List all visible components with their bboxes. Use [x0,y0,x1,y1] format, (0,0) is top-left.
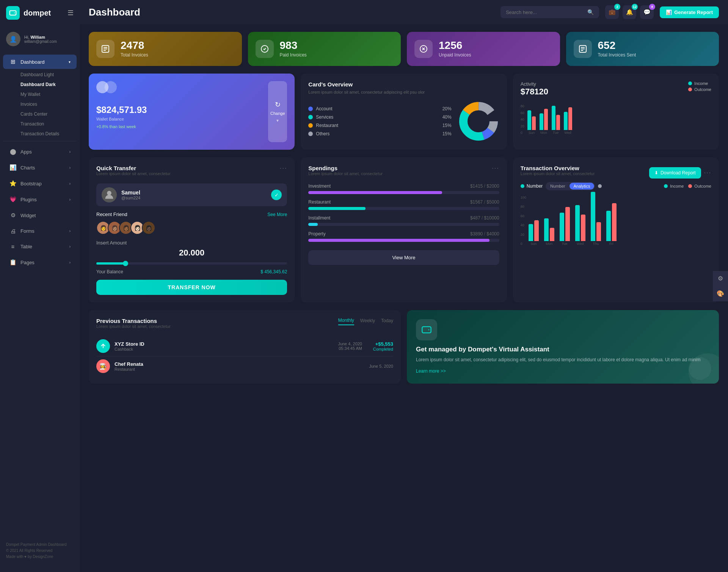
user-email: william@gmail.com [24,39,57,44]
cards-overview-desc: Lorem ipsum dolor sit amet, consectetur … [308,90,499,94]
va-icon [416,319,437,340]
transfer-user: Samuel @sum224 ✓ [96,183,287,206]
slider-fill [96,262,125,265]
header: Dashboard 🔍 💼 2 🔔 12 💬 8 [80,0,728,24]
toggle-analytics[interactable]: Analytics [570,183,594,190]
activity-amount: $78120 [521,87,548,97]
quick-transfer-desc: Lorem ipsum dolor sit amet, consectetur [96,171,171,176]
sidebar-item-pages[interactable]: 📋 Pages › [3,255,77,270]
tx-time-1: 05:34:45 AM [338,346,362,351]
user-section: 👤 Hi, William william@gmail.com [0,27,80,51]
search-box[interactable]: 🔍 [500,6,599,18]
sidebar-item-plugins[interactable]: 💗 Plugins › [3,192,77,207]
transfer-avatar [102,187,117,202]
tx-type-1: Cashback [115,347,333,351]
toggle-number[interactable]: Number [546,183,569,190]
cards-overview: Card's Overview Lorem ipsum dolor sit am… [301,74,507,150]
submenu-item-transaction-details[interactable]: Transaction Details [17,129,80,139]
progress-restaurant [308,207,366,210]
spendings-card: Spendings Lorem ipsum dolor sit amet, co… [301,157,507,302]
txn-bars: Sun Mon [529,196,711,252]
tab-monthly[interactable]: Monthly [338,318,354,325]
invoice-icon [96,40,115,58]
tx-status-1: Completed [367,347,393,351]
legend-outcome: Outcome [688,87,711,92]
download-report-button[interactable]: ⬇ Download Report [649,167,701,179]
notification-button[interactable]: 🔔 12 [623,5,636,19]
spending-restaurant: Restaurant $1567 / $5000 [308,199,499,210]
settings-float-button[interactable]: ⚙ [713,271,728,286]
sidebar-item-bootstrap[interactable]: ⭐ Bootstrap › [3,176,77,191]
transfer-handle: @sum224 [121,196,140,200]
chevron-right-icon2: › [69,166,71,170]
submenu-item-wallet[interactable]: My Wallet [17,89,80,99]
tab-weekly[interactable]: Weekly [360,318,375,325]
spendings-title: Spendings [308,165,383,171]
main-content: Dashboard 🔍 💼 2 🔔 12 💬 8 [80,0,728,572]
income-dot [688,81,692,85]
submenu-item-cards[interactable]: Cards Center [17,109,80,119]
quick-transfer-menu-button[interactable]: ··· [280,165,287,172]
total-invoices-number: 2478 [121,40,148,51]
tx-name-2: Chef Renata [115,361,364,367]
legend-dot-others [308,132,313,136]
message-badge: 8 [649,4,655,10]
friend-avatar-5: 👩🏿 [142,221,155,235]
plugins-icon: 💗 [9,196,17,203]
tx-name-1: XYZ Store ID [115,341,333,347]
total-sent-number: 652 [598,40,636,51]
submenu-item-dashboard-light[interactable]: Dashboard Light [17,70,80,80]
previous-transactions-section: Previous Transactions Lorem ipsum dolor … [89,310,719,384]
hamburger-icon[interactable]: ☰ [67,9,74,17]
search-input[interactable] [506,9,584,15]
sidebar-logo: dompet ☰ [0,6,80,27]
sidebar-item-forms[interactable]: 🖨 Forms › [3,224,77,238]
txn-menu-button[interactable]: ··· [704,169,711,176]
sidebar-item-table[interactable]: ≡ Table › [3,240,77,254]
progress-property [308,239,490,242]
legend-dot-account [308,107,313,111]
tab-today[interactable]: Today [381,318,393,325]
filter-analytics [598,184,602,188]
submenu-item-dashboard-dark[interactable]: Dashboard Dark [17,80,80,89]
prev-tx-title: Previous Transactions [96,318,171,324]
sidebar-item-apps[interactable]: ⬤ Apps › [3,144,77,159]
sidebar-item-dashboard[interactable]: ⊞ Dashboard ▾ [3,55,77,69]
page-title: Dashboard [89,6,494,18]
table-icon: ≡ [9,243,17,250]
amount-slider[interactable] [96,262,287,265]
color-float-button[interactable]: 🎨 [713,286,728,301]
transfer-name: Samuel [121,190,140,196]
see-more-link[interactable]: See More [267,212,287,217]
generate-report-button[interactable]: 📊 Generate Report [660,6,719,18]
recent-friend-label: Recent Friend [96,212,127,217]
toggle-switch[interactable]: Number Analytics [546,182,595,190]
sidebar-item-charts[interactable]: 📊 Charts › [3,160,77,175]
chevron-right-icon5: › [69,229,71,233]
avatar: 👤 [6,32,20,46]
view-more-button[interactable]: View More [308,250,499,265]
user-greeting: Hi, William [24,35,57,39]
total-invoices-label: Total Invoices [121,52,148,58]
dashboard-submenu: Dashboard Light Dashboard Dark My Wallet… [0,70,80,139]
unpaid-icon [414,40,433,58]
briefcase-button[interactable]: 💼 2 [605,5,619,19]
submenu-item-invoices[interactable]: Invoices [17,99,80,109]
activity-bars: Sun Mon [527,104,711,135]
wallet-change: +0.8% than last week [96,124,264,129]
transfer-now-button[interactable]: TRANSFER NOW [96,280,287,295]
submenu-item-transaction[interactable]: Transaction [17,119,80,129]
table-row: XYZ Store ID Cashback June 4, 2020 05:34… [96,336,393,356]
message-button[interactable]: 💬 8 [640,5,654,19]
unpaid-invoices-number: 1256 [439,40,471,51]
middle-grid: $824,571.93 Wallet Balance +0.8% than la… [89,74,719,150]
va-learn-more-link[interactable]: Learn more >> [416,368,710,374]
unpaid-invoices-label: Unpaid Invoices [439,52,471,58]
wallet-change-button[interactable]: ↻ Change ▾ [268,81,287,142]
briefcase-icon: 💼 [609,9,616,16]
sidebar-item-widget[interactable]: ⚙ Widget [3,208,77,223]
spendings-menu-button[interactable]: ··· [492,165,499,172]
dashboard-icon: ⊞ [9,58,17,65]
tab-row: Monthly Weekly Today [338,318,393,325]
svg-rect-0 [10,11,16,15]
